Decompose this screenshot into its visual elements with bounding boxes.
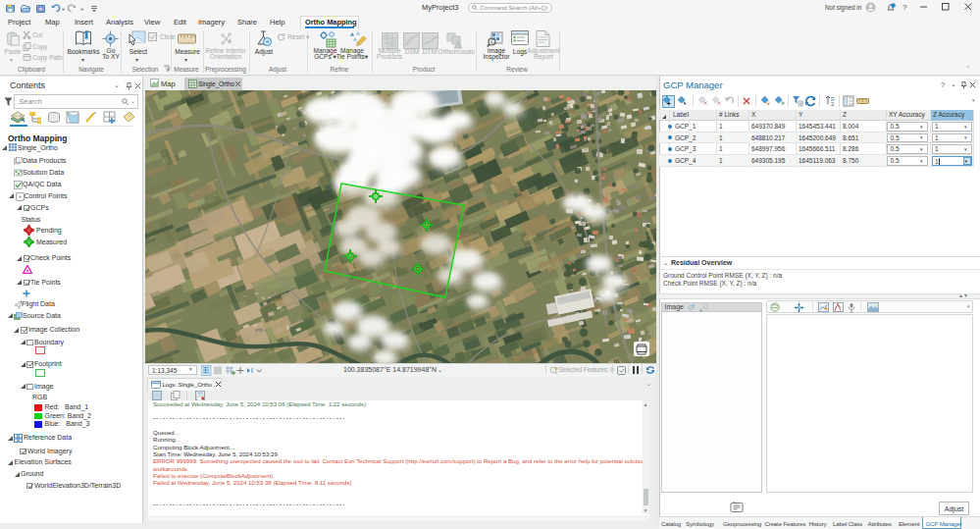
svg-text:2: 2 xyxy=(831,101,835,107)
